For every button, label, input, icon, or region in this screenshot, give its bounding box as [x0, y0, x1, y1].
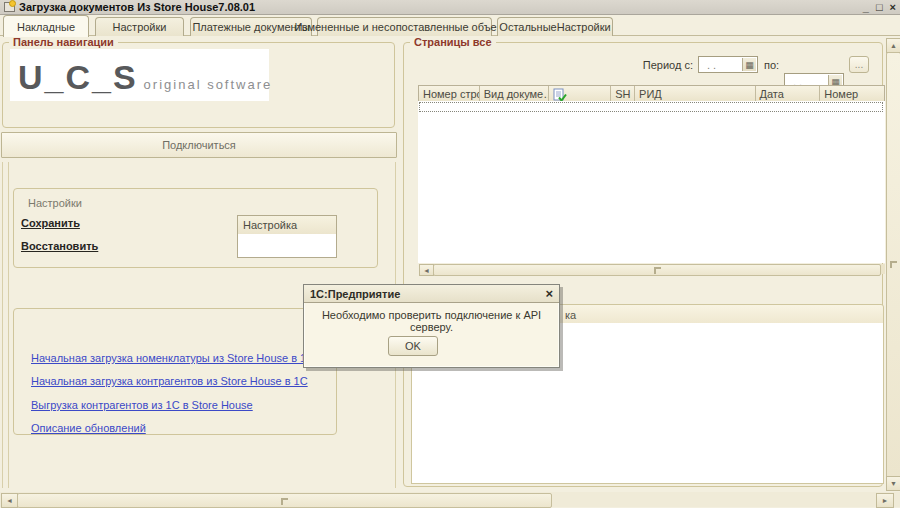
left-panel-border — [2, 162, 3, 488]
ok-button[interactable]: OK — [388, 336, 438, 356]
scroll-right-icon[interactable]: ► — [876, 493, 894, 508]
nav-panel-group: Панель навигации U_C_S original software — [2, 42, 395, 128]
left-panel-inner-border — [8, 162, 9, 488]
tab-izmenennye-obekty[interactable]: Измененные и несопоставленные объекты — [317, 17, 492, 36]
scroll-grip — [281, 498, 288, 505]
column-number[interactable]: Номер — [820, 86, 884, 101]
settings-table-header[interactable]: Настройка — [237, 215, 337, 235]
scroll-grip — [654, 267, 661, 274]
column-row-number[interactable]: Номер стро… — [419, 86, 480, 101]
tab-label: Платежные документы — [192, 21, 309, 33]
table-hscroll-thumb[interactable] — [433, 264, 881, 276]
tab-label: Накладные — [17, 21, 75, 33]
documents-table-body[interactable] — [418, 101, 885, 263]
ucs-logo: U_C_S original software — [10, 49, 269, 101]
period-from-value: . . — [707, 59, 716, 71]
column-doc-type[interactable]: Вид докуме… — [480, 86, 550, 101]
documents-table-empty-row[interactable] — [419, 102, 883, 112]
calendar-grid-icon[interactable]: ▦ — [742, 58, 756, 71]
window-title: Загрузка документов Из Store House7.08.0… — [19, 1, 255, 13]
minimize-button[interactable]: _ — [863, 1, 869, 13]
link-initial-load-nomenclature[interactable]: Начальная загрузка номенклатуры из Store… — [31, 352, 314, 364]
settings-group-label: Настройки — [28, 197, 82, 209]
connect-button-label: Подключиться — [162, 139, 236, 151]
ucs-logo-subtext: original software — [144, 77, 273, 92]
ok-button-label: OK — [405, 340, 421, 352]
period-more-button[interactable]: ... — [849, 56, 869, 73]
dialog-title: 1С:Предприятие — [310, 288, 400, 300]
dialog-titlebar: 1С:Предприятие × — [304, 285, 559, 303]
scroll-down-icon[interactable]: ▼ — [886, 476, 900, 491]
period-more-label: ... — [855, 59, 863, 70]
nav-panel-label: Панель навигации — [9, 36, 118, 48]
window-hscroll-thumb[interactable] — [17, 493, 552, 508]
connect-button[interactable]: Подключиться — [1, 132, 397, 158]
restore-settings-link[interactable]: Восстановить — [21, 240, 98, 252]
save-settings-link[interactable]: Сохранить — [21, 217, 80, 229]
scroll-left-icon[interactable]: ◄ — [1, 493, 18, 508]
window-hscrollbar[interactable]: ◄ ► — [0, 492, 900, 507]
form-icon — [4, 2, 15, 12]
dialog-close-icon[interactable]: × — [545, 287, 553, 300]
ucs-logo-text: U_C_S — [18, 59, 138, 95]
column-rid[interactable]: РИД — [635, 86, 755, 101]
lower-section-label: ка — [565, 309, 576, 321]
dialog-message: Необходимо проверить подключение к API с… — [304, 309, 559, 333]
message-dialog: 1С:Предприятие × Необходимо проверить по… — [303, 284, 560, 368]
settings-group: Настройки Сохранить Восстановить Настрой… — [13, 188, 378, 268]
scroll-grip — [890, 261, 897, 268]
documents-table-header: Номер стро… Вид докуме… SH РИД Дата Номе… — [418, 85, 885, 102]
window-vscrollbar[interactable]: ▲ ▼ — [886, 38, 899, 491]
scroll-up-icon[interactable]: ▲ — [886, 38, 900, 53]
window-vscroll-thumb[interactable] — [886, 52, 900, 478]
pages-group: Страницы все Период с: . . ▦ по: . . ▦ .… — [403, 42, 883, 487]
pages-group-label: Страницы все — [410, 36, 496, 48]
column-sh[interactable]: SH — [611, 86, 635, 101]
settings-table-body[interactable] — [237, 234, 337, 258]
period-from-label: Период с: — [636, 59, 693, 71]
link-upload-contractors[interactable]: Выгрузка контрагентов из 1С в Store Hous… — [31, 399, 253, 411]
column-doc-status[interactable] — [549, 86, 611, 101]
period-to-label: по: — [764, 59, 779, 71]
tab-label: ОстальныеНастройки — [499, 21, 610, 33]
app-window: Загрузка документов Из Store House7.08.0… — [0, 0, 900, 508]
window-titlebar: Загрузка документов Из Store House7.08.0… — [0, 0, 900, 15]
tab-label: Измененные и несопоставленные объекты — [294, 21, 514, 33]
column-date[interactable]: Дата — [756, 86, 821, 101]
maximize-button[interactable]: □ — [876, 1, 883, 13]
link-initial-load-contractors[interactable]: Начальная загрузка контрагентов из Store… — [31, 375, 308, 387]
period-from-input[interactable]: . . ▦ — [698, 56, 758, 73]
scroll-left-icon[interactable]: ◄ — [419, 264, 434, 276]
actions-group: Начальная загрузка номенклатуры из Store… — [13, 308, 337, 435]
tab-label: Настройки — [113, 21, 167, 33]
document-check-icon — [553, 88, 567, 101]
link-update-notes[interactable]: Описание обновлений — [31, 422, 146, 434]
tab-nakladnye[interactable]: Накладные — [3, 15, 89, 37]
table-hscrollbar[interactable]: ◄ — [419, 264, 885, 274]
tab-ostalnye-nastroyki[interactable]: ОстальныеНастройки — [497, 17, 613, 36]
settings-table-header-label: Настройка — [243, 219, 297, 231]
tab-nastroyki[interactable]: Настройки — [95, 17, 184, 36]
close-button[interactable]: × — [890, 1, 896, 13]
